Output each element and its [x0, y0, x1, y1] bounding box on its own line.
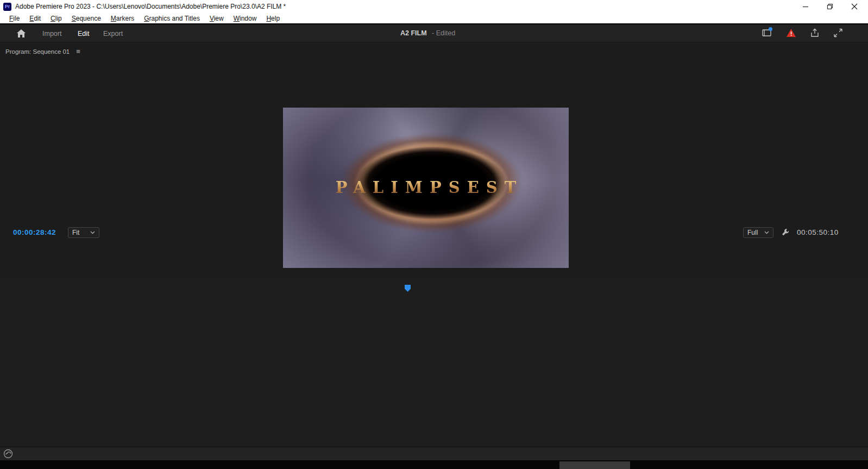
taskbar-segment: [559, 461, 630, 469]
project-status: - Edited: [432, 29, 455, 37]
tab-import[interactable]: Import: [42, 24, 61, 42]
panel-menu-icon[interactable]: ≡: [76, 47, 80, 55]
menu-item-markers[interactable]: Markers: [106, 15, 139, 22]
bottom-strip: [0, 460, 868, 469]
menu-item-file[interactable]: File: [4, 15, 24, 22]
menu-item-window[interactable]: Window: [229, 15, 262, 22]
project-name: A2 FILM - Edited: [400, 29, 455, 37]
program-panel-title: Program: Sequence 01: [5, 48, 70, 55]
menu-item-edit[interactable]: Edit: [24, 15, 46, 22]
program-timecode[interactable]: 00:00:28:42: [13, 228, 56, 236]
app-icon: Pr: [3, 3, 11, 11]
program-monitor-panel: Program: Sequence 01 ≡ PALIMPSEST 00:00:…: [0, 43, 868, 277]
chevron-down-icon: [90, 231, 95, 234]
chevron-down-icon: [764, 231, 769, 234]
playback-resolution-select[interactable]: Full: [743, 227, 773, 238]
workspace-switcher-icon[interactable]: [762, 28, 772, 40]
minimize-button[interactable]: [797, 1, 814, 12]
lower-workspace: » × Sequence 01 ≡: [0, 277, 868, 447]
menu-item-clip[interactable]: Clip: [46, 15, 67, 22]
program-video-frame[interactable]: PALIMPSEST: [283, 108, 569, 268]
menu-item-view[interactable]: View: [205, 15, 229, 22]
restore-button[interactable]: [822, 1, 838, 12]
window-title: Adobe Premiere Pro 2023 - C:\Users\Lenov…: [15, 3, 286, 10]
menu-bar: FileEditClipSequenceMarkersGraphics and …: [0, 13, 868, 23]
share-icon[interactable]: [810, 28, 820, 40]
status-bar: [0, 447, 868, 460]
fullscreen-icon[interactable]: [833, 28, 843, 40]
window-titlebar: Pr Adobe Premiere Pro 2023 - C:\Users\Le…: [0, 0, 868, 13]
tab-export[interactable]: Export: [103, 24, 123, 42]
sequence-duration: 00:05:50:10: [797, 228, 839, 236]
settings-wrench-icon[interactable]: [781, 228, 790, 239]
premiere-pro-window: Pr Adobe Premiere Pro 2023 - C:\Users\Le…: [0, 0, 868, 469]
home-icon[interactable]: [16, 29, 26, 40]
zoom-level-select[interactable]: Fit: [68, 227, 99, 238]
menu-item-graphics-and-titles[interactable]: Graphics and Titles: [139, 15, 205, 22]
menu-item-help[interactable]: Help: [261, 15, 285, 22]
menu-item-sequence[interactable]: Sequence: [67, 15, 106, 22]
notification-dot: [769, 27, 772, 31]
warning-icon[interactable]: [786, 28, 796, 40]
video-title-text: PALIMPSEST: [283, 178, 569, 197]
tab-edit[interactable]: Edit: [78, 24, 90, 42]
creative-cloud-icon: [3, 449, 13, 461]
close-button[interactable]: [846, 1, 863, 12]
